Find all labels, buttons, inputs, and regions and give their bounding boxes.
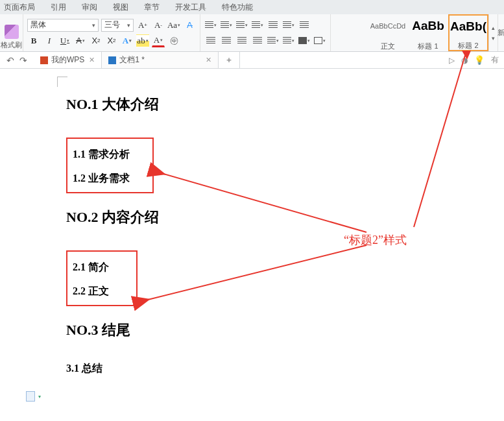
italic-button[interactable]: I [43,34,56,47]
heading1-2[interactable]: NO.2 内容介绍 [66,208,339,227]
format-painter[interactable]: 格式刷 [0,14,23,51]
document-content[interactable]: NO.1 大体介绍 1.1 需求分析 1.2 业务需求 NO.2 内容介绍 2.… [66,95,339,376]
ribbon-next-button[interactable]: 新 [498,14,504,51]
style-heading1[interactable]: AaBb 标题 1 [408,14,448,51]
border-button[interactable] [313,34,326,47]
menu-view[interactable]: 视图 [105,2,136,13]
menu-dev-tools[interactable]: 开发工具 [167,2,214,13]
underline-button[interactable]: U [58,34,71,47]
tab-my-wps-label: 我的WPS [51,54,84,66]
shading-button[interactable] [298,34,311,47]
format-painter-label: 格式刷 [1,40,22,50]
shrink-font-button[interactable]: A- [152,19,165,32]
ltr-button[interactable] [267,19,280,32]
style-heading2-label: 标题 2 [458,41,478,50]
close-icon[interactable]: ✕ [206,56,211,64]
tab-doc1[interactable]: 文档1 * ✕ [102,52,219,68]
font-name-value: 黑体 [30,19,46,30]
font-name-combo[interactable]: 黑体▾ [27,19,99,32]
menu-chapter[interactable]: 章节 [136,2,167,13]
font-color-button[interactable]: A [152,34,165,47]
close-icon[interactable]: ✕ [89,56,95,64]
heading2-2-1[interactable]: 2.1 简介 [73,261,131,274]
heading2-1-1[interactable]: 1.1 需求分析 [73,148,147,162]
distribute-button[interactable] [267,34,280,47]
line-spacing-button[interactable] [282,34,295,47]
styles-more-button[interactable]: ▴▾ [488,14,498,51]
style-heading2-preview: AaBb( [450,17,486,36]
menu-bar: 页面布局 引用 审阅 视图 章节 开发工具 特色功能 [0,0,504,14]
align-left-button[interactable] [204,34,217,47]
heading2-1-2[interactable]: 1.2 业务需求 [73,172,147,186]
align-center-button[interactable] [220,34,233,47]
heading2-group-1: 1.1 需求分析 1.2 业务需求 [66,138,154,193]
sort-button[interactable] [298,19,311,32]
heading2-2-2[interactable]: 2.2 正文 [73,285,131,298]
wps-icon [40,56,48,64]
number-list-button[interactable] [220,19,233,32]
redo-button[interactable]: ↷ [19,55,27,66]
new-tab-button[interactable]: ＋ [219,52,240,68]
menu-reference[interactable]: 引用 [43,2,74,13]
heading1-1[interactable]: NO.1 大体介绍 [66,95,339,114]
indent-inc-button[interactable] [251,19,264,32]
right-label: 有 [491,54,499,66]
style-heading2[interactable]: AaBb( 标题 2 [448,14,488,51]
circled-button[interactable]: ㊥ [167,34,180,47]
tab-doc1-label: 文档1 * [119,54,145,66]
subscript-button[interactable]: X2 [105,34,118,47]
superscript-button[interactable]: X2 [90,34,102,47]
font-size-combo[interactable]: 三号▾ [101,19,134,32]
menu-review[interactable]: 审阅 [74,2,105,13]
style-heading1-preview: AaBb [412,16,444,36]
menu-page-layout[interactable]: 页面布局 [3,2,43,13]
font-size-value: 三号 [104,19,120,30]
highlight-button[interactable]: ab [136,34,149,47]
menu-special[interactable]: 特色功能 [214,2,261,13]
quick-access: ↶ ↷ [0,52,34,68]
page-corner-mark [57,77,67,87]
document-area: NO.1 大体介绍 1.1 需求分析 1.2 业务需求 NO.2 内容介绍 2.… [0,69,504,421]
reading-mode-icon[interactable]: ◑ [461,56,468,65]
ribbon: 格式刷 黑体▾ 三号▾ A+ A- Aa A̶ B I U A X2 X2 A … [0,14,504,52]
style-heading1-label: 标题 1 [418,42,438,51]
bold-button[interactable]: B [27,34,40,47]
tab-strip: ↶ ↷ 我的WPS ✕ 文档1 * ✕ ＋ ▷ ◑ 💡 有 [0,52,504,69]
bullet-list-button[interactable] [204,19,217,32]
font-group: 黑体▾ 三号▾ A+ A- Aa A̶ B I U A X2 X2 A ab A… [23,14,200,51]
gutter-options-icon[interactable] [26,391,35,402]
bulb-icon[interactable]: 💡 [474,55,485,65]
undo-button[interactable]: ↶ [6,55,14,66]
document-icon [108,56,116,64]
change-case-button[interactable]: Aa [167,19,180,32]
paragraph-group [200,14,331,51]
style-normal[interactable]: AaBbCcDd 正文 [368,14,408,51]
view-mode-icon[interactable]: ▷ [449,56,455,65]
text-effect-button[interactable]: A [121,34,134,47]
tab-my-wps[interactable]: 我的WPS ✕ [34,52,102,68]
rtl-button[interactable] [282,19,295,32]
strike-button[interactable]: A [74,34,87,47]
heading2-group-2: 2.1 简介 2.2 正文 [66,250,138,306]
styles-gallery: AaBbCcDd 正文 AaBb 标题 1 AaBb( 标题 2 ▴▾ [368,14,498,51]
style-normal-preview: AaBbCcDd [370,16,405,36]
style-normal-label: 正文 [381,42,395,51]
heading1-3[interactable]: NO.3 结尾 [66,320,339,340]
clear-format-button[interactable]: A̶ [183,19,196,32]
align-right-button[interactable] [235,34,248,47]
indent-dec-button[interactable] [235,19,248,32]
heading3-1[interactable]: 3.1 总结 [66,362,339,376]
format-painter-icon [5,25,19,39]
align-justify-button[interactable] [251,34,264,47]
grow-font-button[interactable]: A+ [136,19,149,32]
